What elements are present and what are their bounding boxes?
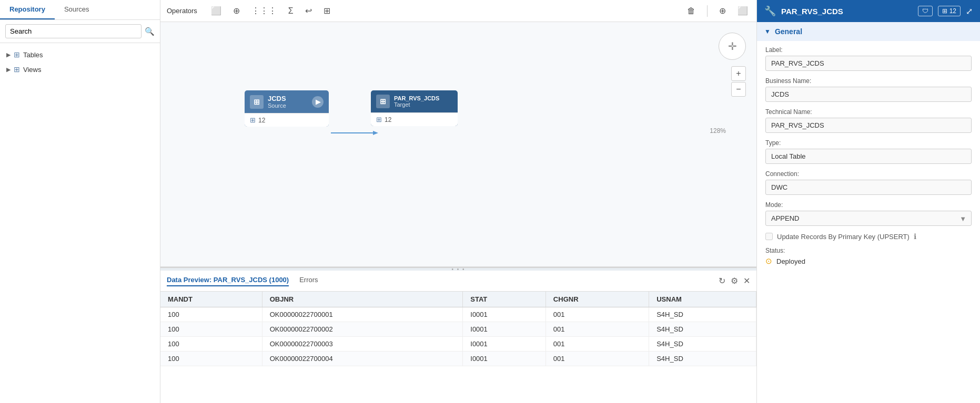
node-par-subtitle: Target (394, 101, 439, 108)
toolbar-expand-icon[interactable]: ⬜ (735, 4, 750, 18)
table-cell: S4H_SD (649, 307, 756, 322)
toolbar-icon-source[interactable]: ⬜ (209, 4, 224, 18)
node-jcds-connect-icon[interactable]: ▶ (312, 96, 324, 108)
node-jcds-count: 12 (258, 117, 265, 124)
toolbar-icon-transform[interactable]: ⋮⋮⋮ (249, 4, 279, 18)
label-input[interactable] (765, 56, 972, 71)
table-cell: S4H_SD (649, 322, 756, 337)
tab-repository[interactable]: Repository (0, 0, 55, 19)
node-par-table-icon: ⊞ (376, 116, 382, 123)
col-header-objnr[interactable]: OBJNR (262, 292, 463, 307)
node-jcds-footer: ⊞ 12 (245, 113, 329, 127)
views-icon: ⊞ (14, 65, 20, 74)
table-cell: OK00000022700003 (262, 337, 463, 352)
upsert-checkbox[interactable] (765, 233, 773, 240)
node-jcds-subtitle: Source (268, 102, 286, 109)
close-panel-icon[interactable]: ✕ (743, 276, 750, 286)
field-mode-text: Mode: (765, 201, 972, 209)
table-row: 100OK00000022700001I0001001S4H_SD (160, 307, 756, 322)
props-header-count-badge: ⊞ 12 (938, 6, 961, 16)
col-header-chgnr[interactable]: CHGNR (545, 292, 649, 307)
grid-icon: ⊞ (942, 7, 947, 15)
node-jcds-table-icon: ⊞ (250, 116, 256, 124)
main-content: Operators ⬜ ⊕ ⋮⋮⋮ Σ ↩ ⊞ 🗑 ⊕ ⬜ ✛ + − 128%… (160, 0, 756, 403)
search-button[interactable]: 🔍 (145, 27, 155, 36)
node-par-footer: ⊞ 12 (371, 112, 458, 126)
table-cell: 001 (545, 322, 649, 337)
zoom-controls: + − (731, 66, 746, 97)
sidebar: Repository Sources 🔍 ▶ ⊞ Tables ▶ ⊞ View… (0, 0, 160, 403)
field-status-text: Status: (765, 247, 972, 254)
tab-sources[interactable]: Sources (55, 0, 99, 19)
table-cell: 100 (160, 307, 262, 322)
info-icon[interactable]: ℹ (914, 232, 916, 241)
field-status: Status: ⊙ Deployed (765, 247, 972, 266)
bottom-tab-actions: ↻ ⚙ ✕ (719, 276, 750, 286)
props-section-general[interactable]: ▼ General (757, 22, 980, 41)
toolbar-delete-icon[interactable]: 🗑 (685, 4, 698, 18)
technical-name-input[interactable] (765, 118, 972, 133)
sidebar-item-tables[interactable]: ▶ ⊞ Tables (0, 47, 160, 62)
canvas-nav[interactable]: ✛ (719, 33, 746, 60)
data-rows: 100OK00000022700001I0001001S4H_SD100OK00… (160, 307, 756, 366)
toolbar-icon-join[interactable]: ⊕ (231, 4, 242, 18)
field-business-name-text: Business Name: (765, 77, 972, 85)
col-header-usnam[interactable]: USNAM (649, 292, 756, 307)
settings-icon[interactable]: ⚙ (731, 276, 738, 286)
node-jcds-header: ⊞ JCDS Source ▶ (245, 90, 329, 113)
table-cell: OK00000022700004 (262, 352, 463, 366)
zoom-out-button[interactable]: − (731, 82, 746, 97)
toolbar-icon-flow[interactable]: ↩ (303, 4, 314, 18)
mode-select-wrap: APPEND TRUNCATE UPSERT ▼ (765, 211, 972, 226)
status-row: ⊙ Deployed (765, 256, 972, 266)
field-connection-text: Connection: (765, 170, 972, 178)
table-cell: OK00000022700001 (262, 307, 463, 322)
field-label: Label: (765, 46, 972, 71)
node-par[interactable]: ⊞ PAR_RVS_JCDS Target ⊞ 12 (371, 90, 458, 126)
business-name-input[interactable] (765, 87, 972, 102)
col-header-stat[interactable]: STAT (463, 292, 546, 307)
type-input[interactable] (765, 149, 972, 164)
shield-icon: 🛡 (922, 7, 928, 15)
toolbar-layout-icon[interactable]: ⊕ (717, 4, 728, 18)
canvas[interactable]: ✛ + − 128% ⊞ JCDS Source ▶ ⊞ 12 (160, 22, 756, 266)
props-header-badge: 🛡 (918, 6, 933, 16)
field-type: Type: (765, 139, 972, 164)
field-type-text: Type: (765, 139, 972, 147)
props-header-title: PAR_RVS_JCDS (781, 7, 913, 16)
pan-control[interactable]: ✛ (719, 33, 746, 60)
toolbar-icon-aggregate[interactable]: Σ (286, 4, 296, 18)
tab-data-preview[interactable]: Data Preview: PAR_RVS_JCDS (1000) (167, 276, 289, 286)
node-jcds-icon: ⊞ (250, 95, 264, 109)
section-chevron-icon: ▼ (764, 28, 771, 35)
props-header: 🔧 PAR_RVS_JCDS 🛡 ⊞ 12 ⤢ (757, 0, 980, 22)
table-cell: 100 (160, 322, 262, 337)
table-cell: OK00000022700002 (262, 322, 463, 337)
field-technical-name-text: Technical Name: (765, 108, 972, 116)
toolbar-icon-grid[interactable]: ⊞ (321, 4, 332, 18)
props-fields: Label: Business Name: Technical Name: Ty… (757, 41, 980, 271)
node-jcds[interactable]: ⊞ JCDS Source ▶ ⊞ 12 (245, 90, 329, 127)
tab-errors[interactable]: Errors (299, 276, 318, 286)
status-value: Deployed (776, 257, 805, 265)
data-table-wrapper: MANDT OBJNR STAT CHGNR USNAM 100OK000000… (160, 292, 756, 403)
table-cell: I0001 (463, 352, 546, 366)
sidebar-item-views[interactable]: ▶ ⊞ Views (0, 62, 160, 77)
table-icon: ⊞ (14, 50, 20, 59)
mode-select[interactable]: APPEND TRUNCATE UPSERT (765, 211, 972, 226)
toolbar-right-icons: 🗑 ⊕ ⬜ (685, 4, 750, 18)
search-input[interactable] (5, 24, 142, 38)
upsert-label: Update Records By Primary Key (UPSERT) (777, 233, 910, 241)
zoom-in-button[interactable]: + (731, 66, 746, 81)
connection-input[interactable] (765, 180, 972, 195)
table-cell: 001 (545, 307, 649, 322)
chevron-right-icon-2: ▶ (6, 66, 11, 73)
table-cell: I0001 (463, 337, 546, 352)
props-expand-button[interactable]: ⤢ (966, 6, 973, 16)
data-table: MANDT OBJNR STAT CHGNR USNAM 100OK000000… (160, 292, 756, 366)
sidebar-tree: ▶ ⊞ Tables ▶ ⊞ Views (0, 43, 160, 403)
col-header-mandt[interactable]: MANDT (160, 292, 262, 307)
properties-panel: 🔧 PAR_RVS_JCDS 🛡 ⊞ 12 ⤢ ▼ General Label:… (756, 0, 980, 403)
props-header-count: 12 (949, 7, 956, 15)
refresh-icon[interactable]: ↻ (719, 276, 725, 286)
